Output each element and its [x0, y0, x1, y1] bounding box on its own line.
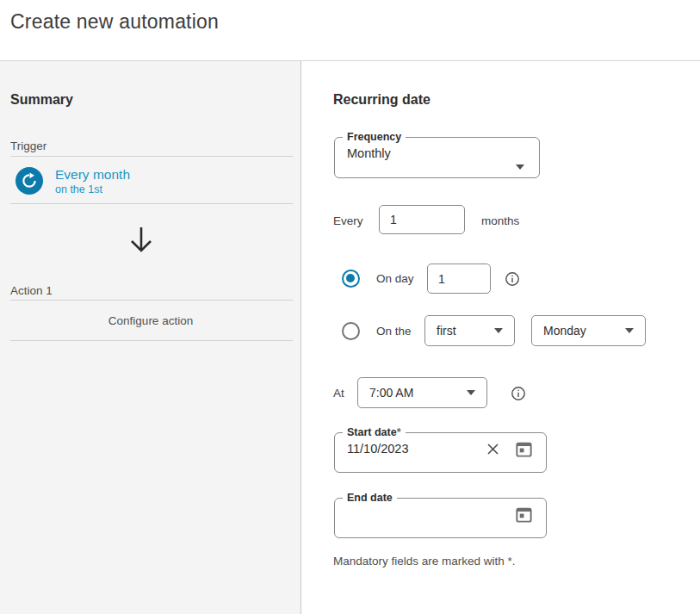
start-date-field[interactable]: Start date* 11/10/2023	[334, 426, 547, 473]
interval-input[interactable]	[379, 205, 465, 234]
weekday-select[interactable]: Monday	[531, 315, 646, 346]
divider	[10, 156, 293, 157]
divider	[10, 203, 293, 204]
required-marker: *	[397, 426, 401, 438]
start-date-value[interactable]: 11/10/2023	[347, 442, 486, 456]
recurrence-icon	[15, 167, 43, 195]
every-label: Every	[333, 214, 363, 227]
recurring-date-form: Recurring date Frequency Monthly Every m…	[302, 61, 700, 614]
mandatory-fields-note: Mandatory fields are marked with *.	[333, 555, 516, 567]
trigger-title: Every month	[55, 166, 130, 183]
clear-icon[interactable]	[486, 443, 499, 456]
trigger-summary-item[interactable]: Every month on the 1st	[15, 166, 291, 201]
time-select[interactable]: 7:00 AM	[357, 377, 487, 408]
summary-heading: Summary	[10, 92, 73, 108]
ordinal-select[interactable]: first	[424, 315, 515, 346]
on-day-label: On day	[376, 272, 414, 285]
action-section-label: Action 1	[10, 284, 53, 297]
calendar-icon[interactable]	[514, 505, 534, 524]
on-the-label: On the	[376, 325, 412, 338]
divider	[10, 300, 293, 301]
chevron-down-icon	[516, 164, 524, 170]
summary-panel: Summary Trigger Every month on the 1st A…	[0, 61, 301, 614]
configure-action-placeholder: Configure action	[0, 314, 301, 327]
info-icon[interactable]	[505, 271, 520, 290]
on-the-radio[interactable]	[342, 322, 360, 340]
trigger-subtitle: on the 1st	[55, 183, 130, 196]
form-heading: Recurring date	[333, 92, 431, 108]
chevron-down-icon	[625, 328, 634, 333]
frequency-value: Monthly	[347, 146, 391, 160]
weekday-value: Monday	[543, 324, 586, 338]
frequency-select[interactable]: Frequency Monthly	[334, 131, 540, 178]
frequency-label: Frequency	[343, 131, 406, 144]
end-date-field[interactable]: End date	[334, 492, 547, 538]
on-day-radio[interactable]	[342, 270, 360, 288]
chevron-down-icon	[494, 328, 503, 333]
end-date-label: End date	[343, 492, 397, 505]
ordinal-value: first	[437, 324, 456, 338]
divider	[10, 340, 293, 341]
info-icon[interactable]	[511, 386, 526, 405]
page-title: Create new automation	[10, 10, 219, 34]
calendar-icon[interactable]	[514, 439, 534, 459]
time-value: 7:00 AM	[369, 386, 413, 400]
start-date-label: Start date	[347, 426, 397, 438]
down-arrow-icon	[127, 225, 155, 259]
months-label: months	[481, 214, 519, 227]
at-label: At	[333, 387, 344, 400]
day-of-month-input[interactable]	[427, 264, 491, 294]
create-automation-dialog: Create new automation Summary Trigger Ev…	[0, 0, 700, 614]
trigger-section-label: Trigger	[10, 140, 46, 152]
chevron-down-icon	[467, 390, 475, 395]
